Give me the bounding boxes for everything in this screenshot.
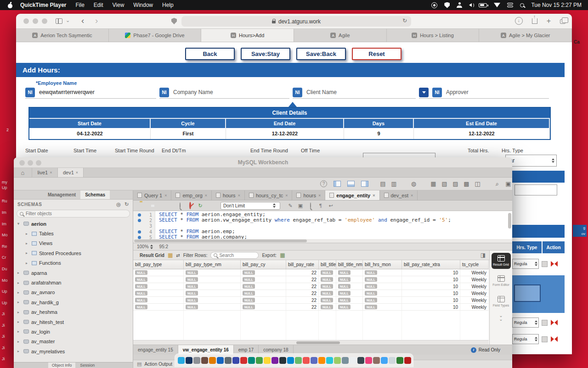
- sidebar-tab-schemas[interactable]: Schemas: [80, 190, 110, 199]
- toggle-secondary-sidebar-icon[interactable]: [361, 181, 368, 187]
- cell[interactable]: 10: [402, 304, 460, 310]
- result-search[interactable]: [210, 252, 259, 259]
- column-header-bill_pay_type[interactable]: bill_pay_type: [133, 260, 184, 269]
- close-icon[interactable]: ×: [50, 170, 52, 175]
- dock-app-icon-25[interactable]: [373, 357, 380, 364]
- browser-tab-5[interactable]: AAgile > My Glacier: [479, 29, 572, 42]
- chevron-right-icon[interactable]: ▸: [17, 349, 21, 353]
- cell[interactable]: 10: [402, 283, 460, 290]
- back-icon[interactable]: ‹: [81, 16, 84, 26]
- dock-app-icon-24[interactable]: [365, 357, 372, 364]
- dock-app-icon-4[interactable]: [209, 357, 216, 364]
- tree-item-views[interactable]: ▸Views: [14, 239, 133, 248]
- sidebar-tab-management[interactable]: Management: [43, 190, 80, 199]
- table-row[interactable]: NULLNULLNULL22NULLNULLNULL10Weekly: [133, 304, 489, 311]
- admin-icon[interactable]: ▧: [441, 180, 448, 188]
- forward-icon[interactable]: ›: [95, 16, 98, 26]
- new-query-icon[interactable]: ▤: [379, 180, 387, 188]
- cell[interactable]: 22: [286, 290, 319, 296]
- browser-tab-4[interactable]: HHours > Listing: [387, 29, 480, 42]
- cell[interactable]: NULL: [241, 269, 286, 276]
- cell[interactable]: Weekly: [460, 269, 489, 276]
- hrs-type-select[interactable]: lar: [505, 155, 557, 167]
- cell[interactable]: NULL: [363, 276, 402, 283]
- cell[interactable]: NULL: [319, 276, 336, 283]
- cell[interactable]: NULL: [319, 283, 336, 290]
- menu-view[interactable]: View: [113, 2, 124, 8]
- panel-toggle-icon[interactable]: ◨: [481, 252, 486, 258]
- open-model-icon[interactable]: ◍: [410, 180, 418, 188]
- cell[interactable]: 22: [286, 304, 319, 310]
- cell[interactable]: NULL: [319, 269, 336, 276]
- chevron-right-icon[interactable]: ▸: [17, 281, 21, 285]
- query-tab-5[interactable]: engage_entity×: [325, 190, 379, 200]
- cell[interactable]: NULL: [133, 290, 184, 296]
- column-header-bill_pay_rate[interactable]: bill_pay_rate: [286, 260, 319, 269]
- close-icon[interactable]: ×: [373, 193, 375, 198]
- dock-app-icon-1[interactable]: [186, 357, 192, 364]
- dock-app-icon-3[interactable]: [201, 357, 208, 364]
- tree-item-aparna[interactable]: ▸aparna: [14, 268, 133, 278]
- dock-app-icon-28[interactable]: [396, 357, 403, 364]
- chevron-right-icon[interactable]: ▸: [17, 340, 21, 344]
- cell[interactable]: NULL: [319, 304, 336, 310]
- cell[interactable]: NULL: [133, 283, 184, 290]
- tree-item-tables[interactable]: ▸Tables: [14, 229, 133, 238]
- chevron-right-icon[interactable]: ▸: [26, 232, 29, 236]
- close-button[interactable]: [23, 18, 29, 24]
- result-search-input[interactable]: [219, 253, 255, 258]
- expand-columns-icon[interactable]: ⇄: [176, 253, 180, 258]
- dock-app-icon-27[interactable]: [389, 357, 396, 364]
- column-header-bill_pay_rate_xtra[interactable]: bill_pay_rate_xtra: [402, 260, 460, 269]
- active-app-name[interactable]: QuickTime Player: [20, 2, 67, 8]
- chevron-right-icon[interactable]: ▸: [17, 320, 21, 324]
- tree-item-av-master[interactable]: ▸av_master: [14, 337, 133, 346]
- column-header-bill_title_nm[interactable]: bill_title_nm: [336, 260, 363, 269]
- cell[interactable]: Weekly: [460, 276, 489, 283]
- cell[interactable]: NULL: [241, 283, 286, 290]
- table-row[interactable]: NULLNULLNULL22NULLNULLNULL10Weekly: [133, 269, 489, 276]
- stop-icon[interactable]: [189, 202, 191, 209]
- client-name-field[interactable]: NIClient Name: [293, 88, 416, 99]
- browser-tab-0[interactable]: AAerion Tech Saymentic: [16, 29, 109, 42]
- cell[interactable]: Weekly: [460, 304, 489, 310]
- explain-icon[interactable]: [180, 202, 181, 209]
- toggle-sidebar-icon[interactable]: [334, 181, 341, 187]
- dock-app-icon-8[interactable]: [240, 357, 247, 364]
- cell[interactable]: NULL: [363, 283, 402, 290]
- control-center-icon[interactable]: [507, 3, 513, 7]
- dock-app-icon-13[interactable]: [279, 357, 286, 364]
- dock-app-icon-18[interactable]: [318, 357, 325, 364]
- cell[interactable]: NULL: [133, 297, 184, 303]
- save-stay-button[interactable]: Save:Stay: [241, 48, 290, 60]
- open-dropdown-fragment[interactable]: [514, 284, 541, 302]
- zoom-button[interactable]: [42, 18, 47, 24]
- cell[interactable]: NULL: [363, 304, 402, 310]
- shield-icon[interactable]: [444, 2, 450, 8]
- menu-window[interactable]: Window: [133, 2, 153, 8]
- cell[interactable]: NULL: [133, 304, 184, 310]
- result-tab-0[interactable]: engage_entity 15: [133, 345, 178, 355]
- close-icon[interactable]: ×: [205, 193, 207, 198]
- cell[interactable]: NULL: [184, 276, 241, 283]
- cell[interactable]: 22: [286, 283, 319, 290]
- cell[interactable]: 10: [402, 276, 460, 283]
- save-back-button[interactable]: Save:Back: [296, 48, 346, 60]
- search-db-icon[interactable]: ⌕: [493, 180, 501, 188]
- dock-app-icon-9[interactable]: [248, 357, 255, 364]
- chevron-right-icon[interactable]: ▸: [26, 251, 29, 255]
- reload-icon[interactable]: ↻: [402, 17, 407, 24]
- zoom-level[interactable]: 100%: [137, 244, 155, 249]
- cell[interactable]: NULL: [336, 290, 363, 296]
- cell[interactable]: Weekly: [460, 297, 489, 303]
- cell[interactable]: NULL: [241, 276, 286, 283]
- cell[interactable]: NULL: [336, 269, 363, 276]
- export-icon[interactable]: ▦: [280, 252, 285, 258]
- column-header-bill_pay_type_nm[interactable]: bill_pay_type_nm: [184, 260, 241, 269]
- toggle-output-icon[interactable]: [347, 181, 355, 187]
- form-editor-button[interactable]: Form Editor: [492, 273, 511, 289]
- schema-filter-input[interactable]: [26, 211, 127, 216]
- query-tab-0[interactable]: Query 1×: [133, 190, 171, 200]
- zoom-button[interactable]: [36, 160, 41, 166]
- browser-tab-2[interactable]: HHours>Add: [201, 29, 294, 42]
